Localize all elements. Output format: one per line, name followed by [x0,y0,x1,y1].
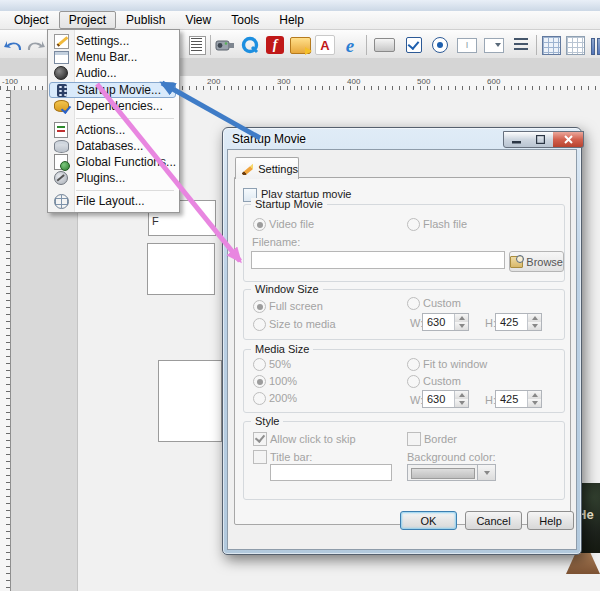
video-camera-icon[interactable] [214,34,236,56]
media-50-radio[interactable] [253,358,266,371]
background-color-combobox[interactable] [407,464,496,481]
menu-separator [76,118,174,119]
maximize-button[interactable] [528,131,554,148]
filename-input[interactable] [251,251,505,269]
chevron-down-icon[interactable] [477,465,495,480]
close-icon[interactable] [553,131,584,148]
spin-down-icon[interactable] [455,399,468,407]
color-swatch [411,468,475,479]
quicktime-icon[interactable] [239,34,261,56]
startup-movie-group-caption: Startup Movie [251,198,327,210]
media-height-spinner[interactable]: 425 [495,390,542,408]
menu-item-global-functions[interactable]: Global Functions... [49,154,176,170]
menu-item-plugins[interactable]: Plugins... [49,170,176,186]
redo-icon[interactable] [25,34,47,56]
media-200-label: 200% [269,392,297,404]
menu-item-startup-movie[interactable]: Startup Movie... [49,82,176,98]
fit-to-window-radio[interactable] [407,358,420,371]
spin-up-icon[interactable] [455,391,468,399]
ok-button[interactable]: OK [400,511,457,530]
page-object-box[interactable] [147,243,215,295]
help-button[interactable]: Help [527,511,574,530]
media-100-label: 100% [269,375,297,387]
menu-item-menu-bar[interactable]: Menu Bar... [49,49,176,65]
cancel-button[interactable]: Cancel [465,511,522,530]
media-200-radio[interactable] [253,392,266,405]
browse-button[interactable]: Browse [509,251,564,272]
title-bar-label: Title bar: [270,451,312,463]
page-object-box[interactable] [158,360,222,442]
media-custom-radio[interactable] [407,375,420,388]
spin-down-icon[interactable] [528,399,541,407]
startup-movie-icon [54,82,70,98]
ruler-label: 300 [277,77,290,86]
video-file-radio[interactable] [253,218,266,231]
menubar-item-view[interactable]: View [175,11,221,29]
full-screen-label: Full screen [269,300,323,312]
pdf-icon[interactable]: A [314,34,336,56]
tab-settings[interactable]: Settings [235,157,299,179]
text-object-icon[interactable] [186,34,208,56]
size-to-media-radio[interactable] [253,318,266,331]
toolbar-separator [536,35,537,55]
ruler-label: -100 [2,77,18,86]
listbox-object-icon[interactable] [510,34,532,56]
media-custom-label: Custom [423,375,461,387]
spin-up-icon[interactable] [528,391,541,399]
menu-bar: Object Project Publish View Tools Help [0,11,600,30]
menubar-item-object[interactable]: Object [4,11,59,29]
minimize-button[interactable] [503,131,530,148]
spin-up-icon[interactable] [455,314,468,322]
window-width-spinner[interactable]: 630 [422,313,469,331]
window-height-spinner[interactable]: 425 [495,313,542,331]
menu-item-databases[interactable]: Databases... [49,138,176,154]
menubar-item-publish[interactable]: Publish [116,11,175,29]
menu-item-dependencies[interactable]: Dependencies... [49,98,176,114]
page-object-label: F [152,215,159,227]
video-file-label: Video file [269,218,314,230]
media-size-group-caption: Media Size [251,343,313,355]
checkbox-object-icon[interactable] [403,34,425,56]
input-object-icon[interactable]: I [456,34,478,56]
combobox-object-icon[interactable] [483,34,505,56]
dialog-object-icon[interactable] [540,34,562,56]
title-bar-input[interactable] [270,464,392,481]
fit-to-window-label: Fit to window [423,358,487,370]
flash-file-radio[interactable] [407,218,420,231]
menu-item-file-layout[interactable]: File Layout... [49,193,176,209]
ruler-label: 500 [417,77,430,86]
radio-object-icon[interactable] [429,34,451,56]
plugins-icon [53,170,69,186]
menu-item-actions[interactable]: Actions... [49,122,176,138]
menu-item-settings[interactable]: Settings... [49,33,176,49]
border-checkbox[interactable] [407,432,421,446]
undo-icon[interactable] [2,34,24,56]
ruler-label: 600 [487,77,500,86]
menubar-item-help[interactable]: Help [269,11,314,29]
menu-item-audio[interactable]: Audio... [49,65,176,81]
spin-down-icon[interactable] [528,322,541,330]
toolbar-separator [210,35,211,55]
grid-icon[interactable] [564,34,586,56]
flash-icon[interactable]: f [264,34,286,56]
full-screen-radio[interactable] [253,300,266,313]
pencil-icon [242,163,253,175]
browse-folder-icon [510,256,523,268]
button-object-icon[interactable] [371,34,397,56]
window-titlebar-strip [0,0,600,11]
spin-down-icon[interactable] [455,322,468,330]
toolbar-separator [366,35,367,55]
title-bar-checkbox[interactable] [253,450,267,464]
allow-click-to-skip-checkbox[interactable] [253,432,267,446]
menubar-item-project[interactable]: Project [59,11,116,29]
columns-icon[interactable] [588,34,600,56]
menubar-item-tools[interactable]: Tools [221,11,269,29]
window-custom-radio[interactable] [407,297,420,310]
internet-explorer-icon[interactable]: e [339,34,361,56]
global-functions-icon [53,154,69,170]
media-100-radio[interactable] [253,375,266,388]
spin-up-icon[interactable] [528,314,541,322]
media-50-label: 50% [269,358,291,370]
slideshow-icon[interactable] [289,34,311,56]
media-width-spinner[interactable]: 630 [422,390,469,408]
